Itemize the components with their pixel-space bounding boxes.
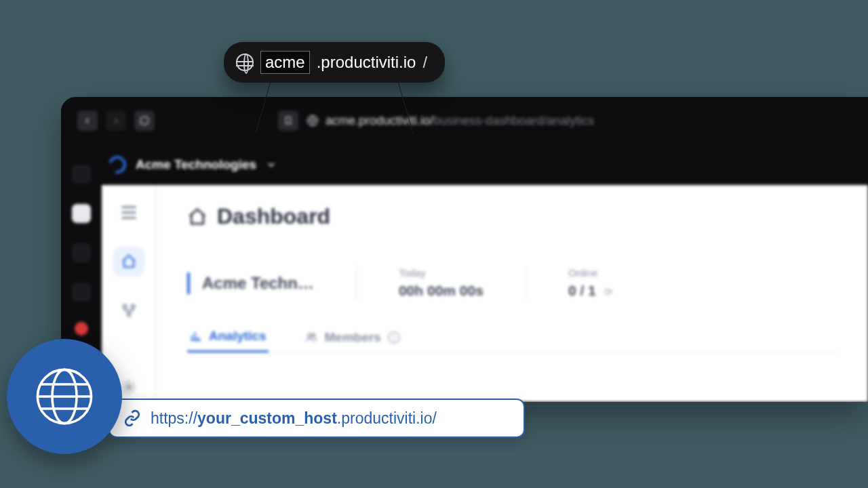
custom-host-text: https://your_custom_host.productiviti.io… bbox=[151, 409, 437, 428]
gear-icon bbox=[121, 379, 137, 395]
url-callout: acme.productiviti.io/ bbox=[224, 42, 445, 83]
nav-forward-button[interactable] bbox=[106, 110, 126, 131]
home-icon bbox=[121, 253, 137, 270]
url-domain: .productiviti.io bbox=[317, 53, 416, 72]
home-icon bbox=[187, 207, 208, 227]
address-bar[interactable]: acme.productiviti.io/business-dashboard/… bbox=[307, 114, 594, 128]
chart-icon bbox=[190, 330, 202, 342]
dock-item[interactable] bbox=[72, 204, 91, 223]
menu-button[interactable] bbox=[113, 197, 144, 228]
svg-point-4 bbox=[127, 385, 131, 389]
workspace-header: Acme Technologies bbox=[61, 144, 868, 185]
bookmark-button[interactable] bbox=[278, 110, 298, 131]
divider bbox=[526, 266, 526, 300]
page-title-row: Dashboard bbox=[187, 204, 837, 229]
dock-item[interactable] bbox=[72, 283, 91, 302]
globe-icon bbox=[34, 366, 95, 427]
sidebar-item-dashboard[interactable] bbox=[113, 247, 144, 277]
chevron-down-icon[interactable] bbox=[266, 159, 277, 170]
browser-toolbar: acme.productiviti.io/business-dashboard/… bbox=[61, 97, 868, 144]
stat-today-value: 00h 00m 00s bbox=[399, 283, 484, 299]
divider bbox=[356, 266, 357, 300]
url-trailing: / bbox=[422, 53, 427, 72]
svg-point-2 bbox=[131, 305, 134, 308]
svg-point-5 bbox=[309, 333, 312, 337]
users-icon bbox=[305, 331, 317, 344]
refresh-icon[interactable]: ⟳ bbox=[604, 286, 613, 298]
stats-row: Acme Techn… Today 00h 00m 00s Online 0 /… bbox=[187, 266, 837, 300]
address-host: acme.productiviti.io/ bbox=[326, 114, 433, 127]
reload-button[interactable] bbox=[134, 110, 155, 131]
stat-org: Acme Techn… bbox=[187, 272, 329, 294]
stat-org-value: Acme Techn… bbox=[202, 274, 314, 293]
sidebar-item-integrations[interactable] bbox=[113, 296, 144, 326]
dock-item[interactable] bbox=[75, 322, 88, 336]
tabs: Analytics Members i bbox=[187, 322, 837, 353]
globe-icon bbox=[307, 115, 319, 127]
custom-host-field[interactable]: https://your_custom_host.productiviti.io… bbox=[108, 399, 525, 438]
stat-online: Online 0 / 1 ⟳ bbox=[553, 266, 628, 300]
address-path: business-dashboard/analytics bbox=[433, 114, 594, 127]
workspace-logo-icon bbox=[105, 152, 130, 177]
page-title: Dashboard bbox=[217, 204, 330, 229]
svg-point-1 bbox=[123, 305, 126, 308]
dock-item[interactable] bbox=[72, 243, 91, 262]
stat-today-label: Today bbox=[399, 267, 484, 279]
browser-window: acme.productiviti.io/business-dashboard/… bbox=[61, 97, 868, 402]
link-icon bbox=[123, 409, 141, 427]
tab-analytics-label: Analytics bbox=[209, 329, 266, 344]
stat-online-value: 0 / 1 ⟳ bbox=[568, 283, 613, 299]
branch-icon bbox=[121, 302, 137, 319]
hamburger-icon bbox=[121, 206, 136, 219]
stat-today: Today 00h 00m 00s bbox=[384, 266, 498, 300]
tab-members[interactable]: Members i bbox=[302, 322, 402, 352]
url-subdomain-highlight: acme bbox=[260, 51, 310, 74]
stat-online-label: Online bbox=[568, 267, 613, 279]
globe-icon bbox=[236, 54, 254, 71]
info-icon[interactable]: i bbox=[388, 331, 400, 344]
globe-badge bbox=[7, 339, 122, 454]
tab-analytics[interactable]: Analytics bbox=[187, 322, 269, 352]
svg-point-3 bbox=[127, 313, 130, 317]
nav-back-button[interactable] bbox=[77, 110, 98, 131]
main-content: Dashboard Acme Techn… Today 00h 00m 00s … bbox=[156, 185, 868, 402]
svg-point-6 bbox=[313, 333, 315, 336]
tab-members-label: Members bbox=[324, 330, 380, 345]
workspace-name: Acme Technologies bbox=[136, 157, 256, 172]
app-surface: Dashboard Acme Techn… Today 00h 00m 00s … bbox=[102, 185, 868, 402]
